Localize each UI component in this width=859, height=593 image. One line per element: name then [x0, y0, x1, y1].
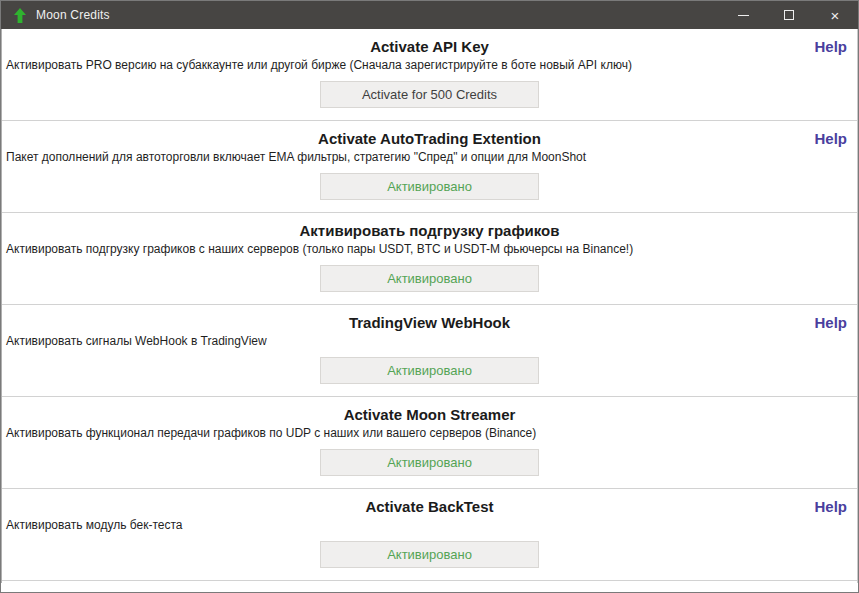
help-link[interactable]: Help: [814, 314, 847, 331]
feature-section: TradingView WebHook Help Активировать си…: [2, 305, 857, 397]
help-link[interactable]: Help: [814, 130, 847, 147]
feature-section: Activate API Key Help Активировать PRO в…: [2, 29, 857, 121]
section-title: Активировать подгрузку графиков: [2, 213, 857, 239]
minimize-button[interactable]: [720, 1, 766, 29]
section-description: Активировать сигналы WebHook в TradingVi…: [2, 334, 857, 348]
section-title: Activate API Key: [2, 29, 857, 55]
close-button[interactable]: ×: [812, 1, 858, 29]
button-row: Активировано: [2, 357, 857, 384]
section-description: Активировать подгрузку графиков с наших …: [2, 242, 857, 256]
help-link[interactable]: Help: [814, 498, 847, 515]
app-icon-green-up-arrow: [12, 7, 28, 23]
window-controls: ×: [720, 1, 858, 29]
button-row: Activate for 500 Credits: [2, 81, 857, 108]
app-window: Moon Credits × Activate API Key Help Акт…: [0, 0, 859, 593]
feature-section: Активировать подгрузку графиков Help Акт…: [2, 213, 857, 305]
activate-button[interactable]: Активировано: [320, 173, 539, 200]
window-title: Moon Credits: [36, 8, 110, 22]
section-description: Пакет дополнений для автоторговли включа…: [2, 150, 857, 164]
section-description: Активировать функционал передачи графико…: [2, 426, 857, 440]
button-row: Активировано: [2, 449, 857, 476]
activate-button[interactable]: Активировано: [320, 265, 539, 292]
maximize-icon: [784, 10, 794, 20]
section-title: Activate Moon Streamer: [2, 397, 857, 423]
section-title: Activate AutoTrading Extention: [2, 121, 857, 147]
feature-section: Activate Moon Streamer Help Активировать…: [2, 397, 857, 489]
sections-list: Activate API Key Help Активировать PRO в…: [1, 29, 858, 583]
section-title: TradingView WebHook: [2, 305, 857, 331]
titlebar: Moon Credits ×: [1, 1, 858, 29]
activate-button[interactable]: Активировано: [320, 541, 539, 568]
close-icon: ×: [831, 8, 840, 23]
button-row: Активировано: [2, 541, 857, 568]
help-link[interactable]: Help: [814, 38, 847, 55]
minimize-icon: [738, 15, 749, 16]
activate-button[interactable]: Активировано: [320, 357, 539, 384]
section-description: Активировать модуль бек-теста: [2, 518, 857, 532]
section-title: Activate BackTest: [2, 489, 857, 515]
section-description: Активировать PRO версию на субаккаунте и…: [2, 58, 857, 72]
button-row: Активировано: [2, 173, 857, 200]
bottom-strip: [1, 583, 858, 592]
feature-section: Activate BackTest Help Активировать моду…: [2, 489, 857, 581]
feature-section: Activate AutoTrading Extention Help Паке…: [2, 121, 857, 213]
activate-button[interactable]: Активировано: [320, 449, 539, 476]
activate-button[interactable]: Activate for 500 Credits: [320, 81, 539, 108]
maximize-button[interactable]: [766, 1, 812, 29]
button-row: Активировано: [2, 265, 857, 292]
